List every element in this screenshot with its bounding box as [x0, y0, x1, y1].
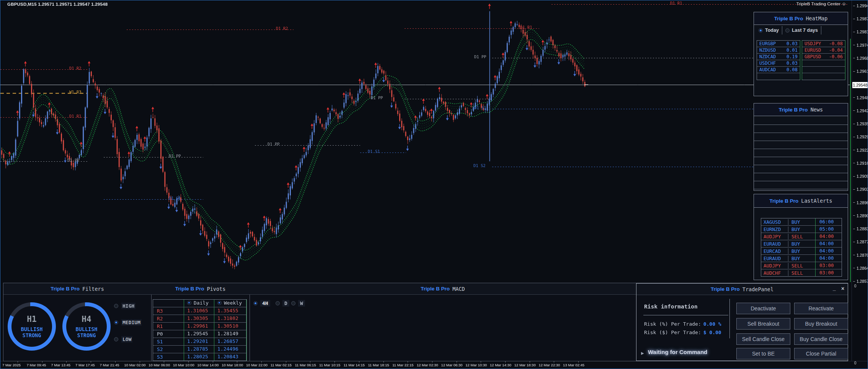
alert-action-cell: BUY	[788, 226, 815, 232]
w-radio[interactable]	[291, 301, 295, 305]
d-radio-label[interactable]: D	[282, 300, 289, 307]
h4-trend-gauge: H4 BULLISH STRONG	[62, 302, 111, 351]
price-tick-label: 1.29030	[857, 187, 868, 192]
macd-tf-d[interactable]: D	[276, 300, 289, 307]
alert-symbol-cell: AUDCHF	[761, 270, 788, 276]
panel-name-label: LastAlerts	[801, 198, 832, 204]
medium-radio-label[interactable]: MEDIUM	[121, 319, 142, 326]
4h-radio-label[interactable]: 4H	[260, 300, 270, 307]
pair-cell: USDJPY	[804, 41, 821, 46]
weekly-cell: 1.30510	[214, 323, 246, 330]
alert-symbol-cell: AUDJPY	[761, 234, 788, 239]
panel-name-label: Filters	[82, 286, 104, 292]
buy-breakout-button[interactable]: Buy Breakout	[794, 318, 848, 330]
last7days-radio-label[interactable]: Last 7 days	[792, 28, 818, 33]
table-row	[802, 67, 845, 73]
low-radio-label[interactable]: LOW	[121, 336, 132, 343]
4h-radio[interactable]	[253, 301, 258, 305]
risk-filter-high[interactable]: HIGH	[114, 303, 135, 309]
daily-radio[interactable]	[187, 301, 191, 305]
news-row	[754, 149, 848, 157]
pivot-level-label: D1 S1	[169, 196, 181, 200]
time-tick-label: 10 Mar 10:00	[173, 363, 194, 367]
macd-tf-w[interactable]: W	[291, 300, 305, 307]
heatmap-gainers-table: EURGBP0.03 NZDUSD0.01 NZDCAD0.19 USDCHF0…	[757, 40, 800, 80]
minimize-icon[interactable]: _	[833, 285, 836, 291]
weekly-column-header[interactable]: Weekly	[214, 300, 246, 307]
trend-strength-label: STRONG	[23, 332, 41, 338]
time-tick-label: 7 Mar 13:45	[51, 363, 70, 367]
alert-time-cell: 04:00	[815, 248, 842, 254]
alert-symbol-cell: EURAUD	[761, 256, 788, 261]
buy-candle-close-button[interactable]: Buy Candle Close	[794, 333, 848, 345]
brand-label: Triple B Pro	[175, 286, 204, 292]
pivot-level-label: D1 PP	[169, 154, 181, 158]
risk-information-heading: Risk information	[644, 303, 698, 310]
risk-filter-medium[interactable]: MEDIUM	[114, 319, 142, 326]
daily-cell: 1.31065	[184, 307, 214, 315]
current-price-tag: 1.29548	[852, 82, 868, 88]
value-cell: 0.01	[786, 48, 798, 53]
price-axis-separator	[852, 0, 852, 361]
table-row	[802, 60, 845, 67]
pivot-level-label: D1 PP	[268, 142, 280, 146]
high-radio[interactable]	[114, 304, 118, 308]
daily-cell: 1.28025	[184, 353, 214, 361]
close-icon[interactable]: ×	[841, 285, 844, 292]
lastalerts-panel: Triple B Pro LastAlerts XAGUSDBUY06:00EU…	[754, 194, 848, 280]
pivots-table: Daily Weekly R31.310651.35455 R21.303051…	[153, 299, 247, 361]
table-row: AUDCAD0.08	[757, 67, 800, 73]
today-radio-label[interactable]: Today	[765, 28, 779, 33]
news-row	[754, 157, 848, 165]
low-radio[interactable]	[114, 337, 118, 341]
weekly-cell: 1.20843	[214, 353, 246, 361]
weekly-radio[interactable]	[217, 301, 222, 305]
daily-header-label: Daily	[194, 300, 209, 306]
trend-direction-label: BULLISH	[21, 326, 43, 332]
level-cell: S1	[153, 339, 184, 344]
table-header-row: Daily Weekly	[153, 300, 246, 307]
macd-tf-4h[interactable]: 4H	[253, 300, 270, 307]
last7days-radio[interactable]	[785, 28, 790, 33]
table-row: GBPUSD-0.06	[802, 54, 845, 60]
medium-radio[interactable]	[114, 320, 118, 325]
close-partial-button[interactable]: Close Partial	[794, 348, 848, 359]
level-cell: R2	[153, 316, 184, 321]
high-radio-label[interactable]: HIGH	[121, 303, 135, 309]
d-radio[interactable]	[276, 301, 280, 305]
divider	[151, 283, 152, 361]
pair-cell: NZDCAD	[759, 54, 776, 59]
price-tick-dash	[853, 110, 855, 111]
price-tick-label: 1.28835	[857, 226, 868, 231]
pivot-level-label: D1 R1	[69, 114, 82, 118]
alert-action-cell: SELL	[788, 270, 815, 276]
table-row: NZDUSD0.01	[757, 47, 800, 54]
alerts-table: XAGUSDBUY06:00EURNZDBUY05:00AUDJPYSELL04…	[761, 218, 842, 277]
today-radio[interactable]	[759, 28, 763, 33]
table-row: EURUSD-0.04	[802, 47, 845, 54]
set-to-be-button[interactable]: Set to BE	[736, 348, 790, 359]
deactivate-button[interactable]: Deactivate	[736, 303, 790, 314]
table-row: USDJPY-0.08	[802, 41, 845, 47]
time-tick-label: 12 Mar 14:30	[490, 363, 511, 367]
alert-time-cell: 03:00	[815, 269, 842, 276]
time-tick-label: 7 Mar 2025	[2, 363, 21, 367]
risk-dollar-row: Risk ($) Per Trade:$ 0.00	[644, 330, 721, 335]
w-radio-label[interactable]: W	[298, 300, 305, 307]
time-tick-label: 10 Mar 22:00	[246, 363, 268, 367]
volume-zero-label: 0	[854, 284, 857, 288]
daily-column-header[interactable]: Daily	[184, 300, 214, 307]
pivots-panel-title: Triple B Pro Pivots	[151, 283, 250, 295]
sell-candle-close-button[interactable]: Sell Candle Close	[736, 333, 790, 345]
risk-percent-row: Risk (%) Per Trade:0.00 %	[644, 321, 721, 327]
reactivate-button[interactable]: Reactivate	[794, 303, 848, 314]
tradepanel-title: Triple B Pro TradePanel	[636, 284, 848, 295]
price-tick-dash	[853, 6, 855, 6]
alert-row: XAGUSDBUY06:00	[761, 218, 842, 226]
pivot-level-label: D1 R1	[670, 1, 682, 5]
risk-filter-low[interactable]: LOW	[114, 336, 132, 343]
price-tick-label: 1.29225	[857, 148, 868, 153]
alert-row: EURNZDBUY05:00	[761, 226, 842, 233]
sell-breakout-button[interactable]: Sell Breakout	[736, 318, 790, 330]
alert-action-cell: SELL	[788, 263, 815, 269]
